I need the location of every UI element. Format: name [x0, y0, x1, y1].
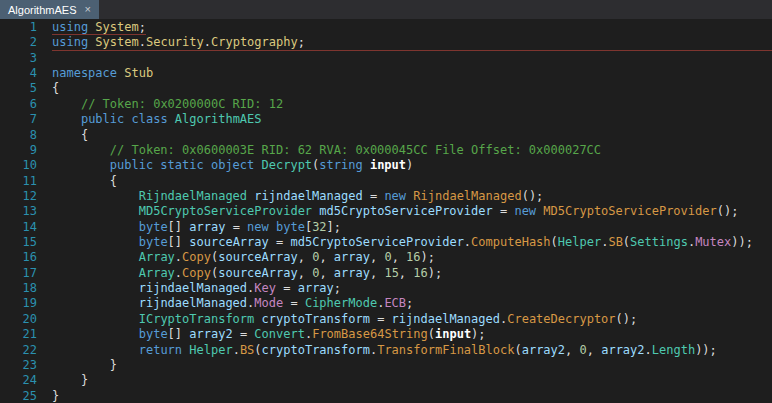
code-line-text: using System; — [52, 20, 772, 35]
tab-label: AlgorithmAES — [8, 4, 76, 16]
code-line: 12 RijndaelManaged rijndaelManaged = new… — [0, 189, 772, 204]
code-line-text: Array.Copy(sourceArray, 0, array, 15, 16… — [52, 266, 772, 281]
line-number: 24 — [0, 373, 52, 388]
code-line: 16 Array.Copy(sourceArray, 0, array, 0, … — [0, 250, 772, 265]
code-line: 11 { — [0, 174, 772, 189]
code-line: 22 return Helper.BS(cryptoTransform.Tran… — [0, 343, 772, 358]
code-line-text: // Token: 0x0600003E RID: 62 RVA: 0x0000… — [52, 143, 772, 158]
line-number: 25 — [0, 389, 52, 403]
code-line: 8 { — [0, 128, 772, 143]
code-line-text: public static object Decrypt(string inpu… — [52, 158, 772, 173]
code-line-text: byte[] array2 = Convert.FromBase64String… — [52, 327, 772, 342]
code-line: 10 public static object Decrypt(string i… — [0, 158, 772, 173]
code-line: 6 // Token: 0x0200000C RID: 12 — [0, 97, 772, 112]
line-number: 20 — [0, 312, 52, 327]
line-number: 12 — [0, 189, 52, 204]
code-line-text: RijndaelManaged rijndaelManaged = new Ri… — [52, 189, 772, 204]
line-number: 6 — [0, 97, 52, 112]
code-line-text: { — [52, 81, 772, 96]
line-number: 5 — [0, 81, 52, 96]
code-line: 14 byte[] array = new byte[32]; — [0, 220, 772, 235]
line-number: 7 — [0, 112, 52, 127]
code-line: 5{ — [0, 81, 772, 96]
line-number: 17 — [0, 266, 52, 281]
line-number: 23 — [0, 358, 52, 373]
code-line-text — [52, 51, 772, 66]
code-line: 19 rijndaelManaged.Mode = CipherMode.ECB… — [0, 296, 772, 311]
code-line: 9 // Token: 0x0600003E RID: 62 RVA: 0x00… — [0, 143, 772, 158]
line-number: 2 — [0, 35, 52, 50]
tab-bar: AlgorithmAES × — [0, 0, 772, 19]
code-line-text: rijndaelManaged.Key = array; — [52, 281, 772, 296]
line-number: 15 — [0, 235, 52, 250]
code-line: 7 public class AlgorithmAES — [0, 112, 772, 127]
code-line-text: return Helper.BS(cryptoTransform.Transfo… — [52, 343, 772, 358]
code-line: 3 — [0, 51, 772, 66]
line-number: 16 — [0, 250, 52, 265]
code-line: 17 Array.Copy(sourceArray, 0, array, 15,… — [0, 266, 772, 281]
line-number: 11 — [0, 174, 52, 189]
line-number: 10 — [0, 158, 52, 173]
line-number: 19 — [0, 296, 52, 311]
code-line: 13 MD5CryptoServiceProvider md5CryptoSer… — [0, 204, 772, 219]
line-number: 8 — [0, 128, 52, 143]
code-line-text: } — [52, 389, 772, 403]
tab-algorithmaes[interactable]: AlgorithmAES × — [0, 0, 99, 19]
code-line-text: ICryptoTransform cryptoTransform = rijnd… — [52, 312, 772, 327]
code-line-text: } — [52, 358, 772, 373]
code-line: 21 byte[] array2 = Convert.FromBase64Str… — [0, 327, 772, 342]
line-number: 21 — [0, 327, 52, 342]
code-line-text: byte[] sourceArray = md5CryptoServicePro… — [52, 235, 772, 250]
code-line-text: byte[] array = new byte[32]; — [52, 220, 772, 235]
code-line-text: rijndaelManaged.Mode = CipherMode.ECB; — [52, 296, 772, 311]
line-number: 3 — [0, 51, 52, 66]
code-line: 24 } — [0, 373, 772, 388]
code-line: 20 ICryptoTransform cryptoTransform = ri… — [0, 312, 772, 327]
line-number: 18 — [0, 281, 52, 296]
code-line: 15 byte[] sourceArray = md5CryptoService… — [0, 235, 772, 250]
line-number: 22 — [0, 343, 52, 358]
code-area[interactable]: 1using System;2using System.Security.Cry… — [0, 19, 772, 403]
line-number: 14 — [0, 220, 52, 235]
line-number: 9 — [0, 143, 52, 158]
line-number: 1 — [0, 20, 52, 35]
close-icon[interactable]: × — [84, 4, 90, 15]
code-line-text: MD5CryptoServiceProvider md5CryptoServic… — [52, 204, 772, 219]
code-line-text: } — [52, 373, 772, 388]
line-number: 13 — [0, 204, 52, 219]
code-line: 18 rijndaelManaged.Key = array; — [0, 281, 772, 296]
code-line: 25} — [0, 389, 772, 403]
code-line-text: { — [52, 174, 772, 189]
code-line: 1using System; — [0, 20, 772, 35]
code-line-text: using System.Security.Cryptography; — [52, 35, 772, 50]
code-line-text: namespace Stub — [52, 66, 772, 81]
code-line-text: // Token: 0x0200000C RID: 12 — [52, 97, 772, 112]
code-line: 23 } — [0, 358, 772, 373]
code-line: 4namespace Stub — [0, 66, 772, 81]
code-line-text: Array.Copy(sourceArray, 0, array, 0, 16)… — [52, 250, 772, 265]
code-line-text: { — [52, 128, 772, 143]
code-line: 2using System.Security.Cryptography; — [0, 35, 772, 50]
code-line-text: public class AlgorithmAES — [52, 112, 772, 127]
line-number: 4 — [0, 66, 52, 81]
